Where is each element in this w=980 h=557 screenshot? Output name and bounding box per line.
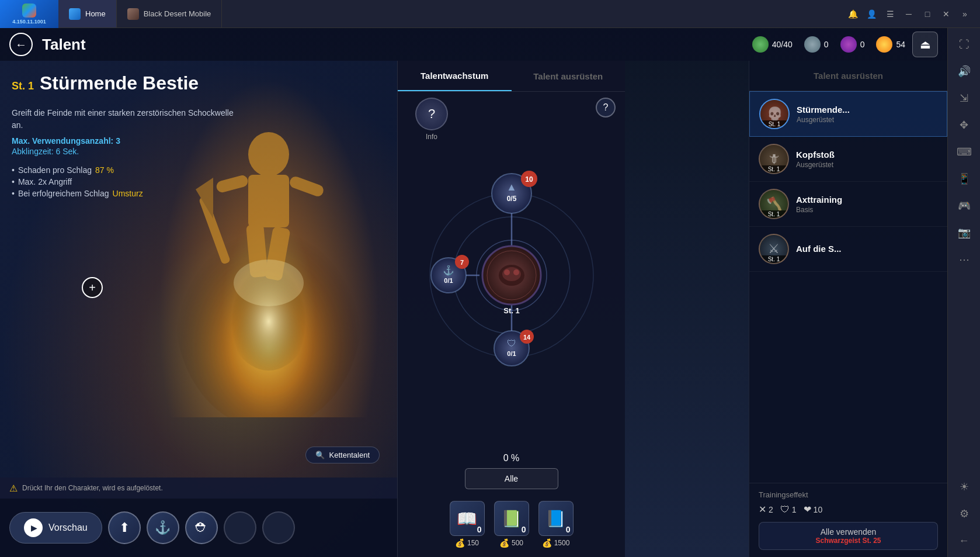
warning-icon: ⚠ [9, 483, 18, 494]
resource-gold: 54 [876, 36, 905, 53]
app-version: 4.150.11.1001 [12, 19, 46, 25]
warning-bar: ⚠ Drückt Ihr den Charakter, wird es aufg… [0, 478, 397, 499]
training-val-2: 1 [792, 505, 797, 514]
resource-gray: 0 [804, 36, 829, 53]
svg-point-36 [504, 269, 510, 275]
menu-icon[interactable]: ☰ [884, 8, 896, 20]
equip-item-1[interactable]: 💀 St. 1 Stürmende... Ausgerüstet [749, 91, 947, 137]
svg-text:0/1: 0/1 [507, 350, 516, 357]
svg-text:0/5: 0/5 [506, 195, 516, 203]
info-circle[interactable]: ? [415, 98, 448, 130]
alle-button[interactable]: Alle [465, 468, 558, 489]
tab-talent-ausrusten[interactable]: Talent ausrüsten [512, 61, 625, 91]
quick-btn-2[interactable]: ⚓ [147, 511, 179, 544]
apply-all-label: Alle verwenden [821, 527, 877, 537]
back-arrow-icon: ← [15, 38, 27, 51]
skill-uses: Max. Verwendungsanzahl: 3 [12, 136, 234, 146]
preview-label: Vorschau [48, 523, 88, 533]
camera-icon[interactable]: 📷 [953, 221, 976, 244]
tab-talentwachstum[interactable]: Talentwachstum [398, 61, 512, 91]
talent-tree-svg: ▲ 0/5 10 ⚓ 0/1 7 � [412, 161, 611, 383]
cost-icon-3: 💰 [542, 538, 552, 548]
fullscreen-icon[interactable]: ⛶ [953, 33, 976, 56]
alle-label: Alle [505, 474, 518, 483]
cross-icon: ✕ [759, 504, 766, 515]
stat-success-value: Umsturz [113, 189, 143, 198]
training-stat-1: ✕ 2 [759, 504, 773, 515]
skill-cooldown: Abklingzeit: 6 Sek. [12, 147, 234, 156]
back-nav-icon[interactable]: ← [953, 529, 976, 552]
titlebar-controls: 🔔 👤 ☰ ─ □ ✕ » [837, 8, 980, 20]
tablet-icon[interactable]: 📱 [953, 167, 976, 191]
gamepad-icon[interactable]: 🎮 [953, 194, 976, 217]
equip-item-3[interactable]: 🪓 St. 1 Axttraining Basis [749, 182, 947, 227]
stat-success: Bei erfolgreichem Schlag Umsturz [12, 189, 234, 198]
equip-info-2: Kopfstoß Ausgerüstet [796, 150, 938, 169]
talent-tabs: Talentwachstum Talent ausrüsten [398, 61, 625, 92]
account-icon[interactable]: 👤 [866, 8, 877, 20]
resource-purple: 0 [840, 36, 865, 53]
plus-icon: + [89, 281, 96, 295]
preview-button[interactable]: ▶ Vorschau [9, 512, 102, 544]
book-cost-3: 💰 1500 [542, 538, 570, 548]
logo-icon [22, 4, 36, 18]
settings-icon[interactable]: ⚙ [953, 502, 976, 525]
equip-item-4[interactable]: ⚔ St. 1 Auf die S... [749, 227, 947, 272]
bluestacks-logo: 4.150.11.1001 [0, 0, 58, 28]
quick-btn-1[interactable]: ⬆ [108, 511, 141, 544]
svg-point-10 [234, 260, 304, 306]
titlebar-tabs: Home Black Desert Mobile [58, 0, 837, 27]
pointer-icon[interactable]: ✥ [953, 113, 976, 137]
book-icon-1[interactable]: 📖 0 [450, 501, 485, 536]
notification-bell-icon[interactable]: 🔔 [847, 8, 859, 20]
skill-name: Stürmende Bestie [40, 72, 199, 94]
equip-name-3: Axttraining [796, 195, 938, 205]
resize-icon[interactable]: ⇲ [953, 87, 976, 110]
svg-rect-5 [288, 175, 325, 198]
expand-button[interactable]: + [82, 277, 103, 298]
help-button[interactable]: ? [596, 98, 616, 117]
book-symbol-2: 📗 [501, 509, 522, 528]
maximize-button[interactable]: □ [922, 8, 933, 20]
equip-info-3: Axttraining Basis [796, 195, 938, 214]
svg-text:10: 10 [525, 175, 533, 184]
equip-status-2: Ausgerüstet [796, 161, 938, 169]
expand-icon[interactable]: » [959, 8, 971, 20]
info-node[interactable]: ? Info [415, 98, 448, 141]
helmet-icon: ⛑ [195, 520, 208, 535]
svg-point-2 [248, 132, 289, 177]
exit-button[interactable]: ⏏ [912, 32, 938, 57]
back-button[interactable]: ← [9, 33, 33, 56]
keyboard-icon[interactable]: ⌨ [953, 140, 976, 164]
left-node: ⚓ 0/1 7 [431, 255, 469, 293]
talent-ausrusten-label: Talent ausrüsten [533, 71, 603, 81]
equip-name-1: Stürmende... [797, 105, 937, 115]
hud-top: ← Talent 40/40 0 0 54 ⏏ [0, 28, 947, 61]
gray-value: 0 [824, 40, 829, 49]
svg-text:⚓: ⚓ [443, 265, 454, 276]
bottom-node: 🛡 0/1 14 [494, 330, 534, 366]
alle-section: 0 % Alle [398, 453, 625, 501]
cost-value-1: 150 [467, 539, 479, 547]
apply-all-button[interactable]: Alle verwenden Schwarzgeist St. 25 [759, 522, 938, 550]
tab-game[interactable]: Black Desert Mobile [117, 0, 223, 27]
book-icon-3[interactable]: 📘 0 [538, 501, 574, 536]
book-icon-2[interactable]: 📗 0 [494, 501, 529, 536]
close-button[interactable]: ✕ [940, 8, 952, 20]
more-icon[interactable]: ⋯ [953, 248, 976, 271]
tab-home[interactable]: Home [58, 0, 117, 27]
equip-level-2: St. 1 [760, 165, 788, 173]
svg-rect-3 [248, 175, 289, 227]
quick-btn-5[interactable] [262, 511, 295, 544]
home-tab-icon [69, 8, 81, 20]
training-stats: ✕ 2 🛡 1 ❤ 10 [759, 504, 938, 515]
brightness-icon[interactable]: ☀ [953, 475, 976, 499]
equip-info-4: Auf die S... [796, 244, 938, 255]
quick-btn-4[interactable] [224, 511, 256, 544]
equip-name-4: Auf die S... [796, 244, 938, 254]
minimize-button[interactable]: ─ [903, 8, 915, 20]
kettentalent-button[interactable]: 🔍 Kettentalent [305, 447, 380, 463]
volume-icon[interactable]: 🔊 [953, 60, 976, 83]
equip-item-2[interactable]: 🗡 St. 1 Kopfstoß Ausgerüstet [749, 137, 947, 182]
quick-btn-3[interactable]: ⛑ [185, 511, 218, 544]
